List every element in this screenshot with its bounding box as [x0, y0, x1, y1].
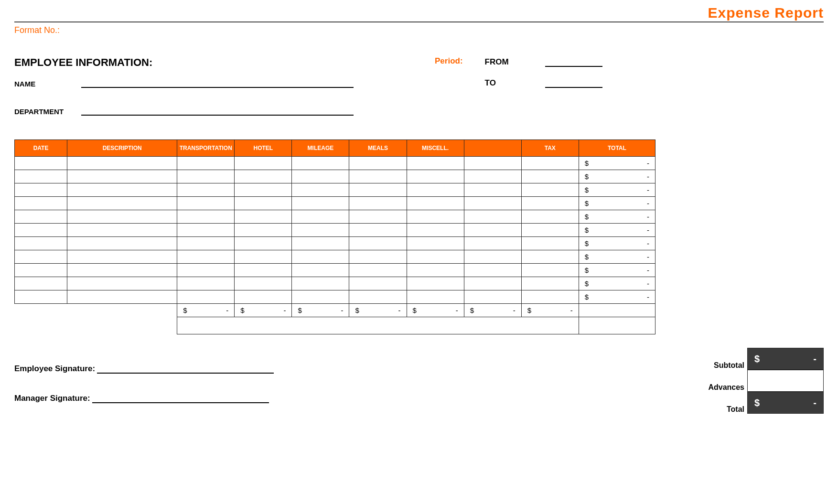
table-cell[interactable]	[177, 170, 235, 183]
table-cell[interactable]	[292, 290, 349, 304]
table-cell[interactable]	[15, 264, 67, 277]
table-cell[interactable]	[15, 197, 67, 210]
advances-value[interactable]	[747, 370, 824, 392]
table-cell[interactable]	[177, 224, 235, 237]
table-cell[interactable]	[464, 290, 521, 304]
table-cell[interactable]	[407, 210, 464, 224]
table-cell[interactable]	[464, 264, 521, 277]
table-cell[interactable]	[177, 197, 235, 210]
table-cell[interactable]	[521, 183, 579, 197]
table-cell[interactable]	[349, 224, 407, 237]
table-cell[interactable]	[521, 210, 579, 224]
table-cell[interactable]	[292, 197, 349, 210]
table-cell[interactable]	[15, 290, 67, 304]
table-cell[interactable]	[521, 170, 579, 183]
table-cell[interactable]	[292, 277, 349, 290]
table-cell[interactable]	[235, 210, 292, 224]
table-cell[interactable]	[15, 277, 67, 290]
table-cell[interactable]	[407, 157, 464, 170]
table-cell[interactable]	[464, 237, 521, 250]
table-cell[interactable]	[407, 264, 464, 277]
table-cell[interactable]	[15, 224, 67, 237]
table-cell[interactable]	[67, 264, 177, 277]
employee-signature-field[interactable]	[97, 363, 274, 374]
table-cell[interactable]	[407, 170, 464, 183]
table-cell[interactable]	[177, 290, 235, 304]
table-cell[interactable]	[67, 250, 177, 264]
table-cell[interactable]	[349, 210, 407, 224]
table-cell[interactable]	[177, 157, 235, 170]
table-cell[interactable]	[292, 224, 349, 237]
department-field[interactable]	[81, 105, 354, 116]
table-cell[interactable]	[521, 157, 579, 170]
table-cell[interactable]	[349, 277, 407, 290]
table-cell[interactable]	[407, 250, 464, 264]
table-cell[interactable]	[15, 237, 67, 250]
table-cell[interactable]	[177, 264, 235, 277]
table-cell[interactable]	[407, 290, 464, 304]
table-cell[interactable]	[235, 277, 292, 290]
table-cell[interactable]	[67, 183, 177, 197]
table-cell[interactable]	[177, 183, 235, 197]
table-cell[interactable]	[349, 183, 407, 197]
table-cell[interactable]	[349, 197, 407, 210]
table-cell[interactable]	[15, 183, 67, 197]
table-cell[interactable]	[15, 157, 67, 170]
table-cell[interactable]	[235, 237, 292, 250]
table-cell[interactable]	[464, 157, 521, 170]
table-cell[interactable]	[177, 237, 235, 250]
table-cell[interactable]	[349, 264, 407, 277]
table-cell[interactable]	[407, 224, 464, 237]
table-cell[interactable]	[67, 210, 177, 224]
table-cell[interactable]	[67, 157, 177, 170]
table-cell[interactable]	[292, 250, 349, 264]
name-field[interactable]	[81, 77, 354, 88]
table-cell[interactable]	[235, 170, 292, 183]
table-cell[interactable]	[67, 290, 177, 304]
table-cell[interactable]	[349, 237, 407, 250]
table-cell[interactable]	[521, 250, 579, 264]
table-cell[interactable]	[464, 183, 521, 197]
table-cell[interactable]	[292, 170, 349, 183]
table-cell[interactable]	[407, 197, 464, 210]
table-cell[interactable]	[349, 290, 407, 304]
table-cell[interactable]	[464, 224, 521, 237]
table-cell[interactable]	[235, 157, 292, 170]
table-cell[interactable]	[407, 237, 464, 250]
table-cell[interactable]	[464, 277, 521, 290]
table-cell[interactable]	[235, 264, 292, 277]
table-cell[interactable]	[177, 250, 235, 264]
table-cell[interactable]	[15, 210, 67, 224]
table-cell[interactable]	[349, 157, 407, 170]
table-cell[interactable]	[67, 170, 177, 183]
table-cell[interactable]	[292, 210, 349, 224]
table-cell[interactable]	[349, 170, 407, 183]
table-cell[interactable]	[235, 250, 292, 264]
table-cell[interactable]	[521, 264, 579, 277]
table-cell[interactable]	[464, 250, 521, 264]
table-cell[interactable]	[67, 224, 177, 237]
table-cell[interactable]	[464, 170, 521, 183]
table-cell[interactable]	[521, 277, 579, 290]
table-cell[interactable]	[177, 210, 235, 224]
table-cell[interactable]	[521, 197, 579, 210]
table-cell[interactable]	[407, 277, 464, 290]
table-cell[interactable]	[67, 197, 177, 210]
table-cell[interactable]	[521, 237, 579, 250]
table-cell[interactable]	[521, 224, 579, 237]
table-cell[interactable]	[235, 197, 292, 210]
to-field[interactable]	[545, 77, 602, 88]
table-cell[interactable]	[292, 157, 349, 170]
table-cell[interactable]	[67, 237, 177, 250]
table-cell[interactable]	[292, 183, 349, 197]
table-cell[interactable]	[521, 290, 579, 304]
table-cell[interactable]	[464, 210, 521, 224]
table-cell[interactable]	[292, 264, 349, 277]
table-cell[interactable]	[407, 183, 464, 197]
from-field[interactable]	[545, 56, 602, 67]
table-cell[interactable]	[177, 277, 235, 290]
table-cell[interactable]	[235, 290, 292, 304]
table-cell[interactable]	[15, 170, 67, 183]
table-cell[interactable]	[235, 224, 292, 237]
table-cell[interactable]	[67, 277, 177, 290]
